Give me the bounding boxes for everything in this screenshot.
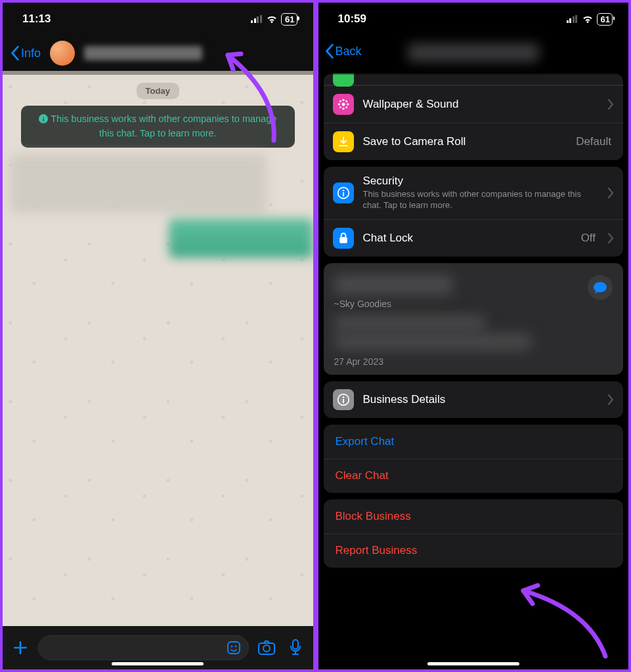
back-button[interactable]: Info [11, 46, 41, 60]
row-title: Report Business [336, 544, 615, 557]
camera-icon [257, 640, 276, 656]
svg-point-14 [345, 100, 347, 102]
back-label: Back [336, 45, 362, 58]
section-appearance: Wallpaper & Sound Save to Camera Roll De… [324, 74, 624, 160]
info-icon [333, 389, 354, 410]
row-chat-lock[interactable]: Chat Lock Off [324, 219, 624, 257]
profile-subname: ~Sky Goodies [334, 299, 613, 309]
row-clear-chat[interactable]: Clear Chat [324, 459, 624, 493]
wifi-icon [582, 14, 594, 24]
left-phone: 11:13 61 Info Today iThis business works… [0, 0, 316, 672]
attach-button[interactable] [9, 637, 32, 659]
svg-point-10 [342, 108, 344, 110]
chat-bubble-icon [593, 281, 607, 294]
row-save-camera-roll[interactable]: Save to Camera Roll Default [324, 123, 624, 160]
svg-rect-7 [293, 640, 298, 649]
home-indicator[interactable] [112, 662, 204, 665]
svg-rect-23 [342, 399, 343, 404]
chat-header: Info [3, 35, 313, 71]
row-value: Off [581, 232, 596, 245]
section-block-report: Block Business Report Business [324, 499, 624, 568]
lock-icon [333, 228, 354, 249]
mic-button[interactable] [284, 637, 307, 659]
row-wallpaper[interactable]: Wallpaper & Sound [324, 85, 624, 123]
section-business-details: Business Details [324, 381, 624, 418]
row-title: Chat Lock [363, 232, 572, 245]
svg-point-9 [342, 99, 344, 101]
row-title: Export Chat [336, 435, 615, 448]
svg-point-15 [339, 106, 341, 108]
profile-name-redacted [334, 275, 452, 295]
svg-point-16 [345, 106, 347, 108]
contact-name-redacted[interactable] [84, 46, 202, 60]
info-icon [333, 182, 354, 203]
row-value: Default [576, 135, 611, 148]
row-block-business[interactable]: Block Business [324, 499, 624, 534]
partial-row-icon [333, 74, 354, 87]
profile-line-redacted [334, 334, 531, 350]
wallpaper-icon [333, 94, 354, 115]
section-security: Security This business works with other … [324, 167, 624, 257]
business-profile-box[interactable]: ~Sky Goodies 27 Apr 2023 [324, 263, 624, 375]
row-export-chat[interactable]: Export Chat [324, 425, 624, 459]
right-phone: 10:59 61 Back Wallpaper & Sound [316, 0, 632, 672]
row-title: Business Details [363, 393, 599, 406]
message-button[interactable] [588, 275, 613, 300]
svg-rect-2 [228, 642, 240, 654]
camera-button[interactable] [255, 637, 278, 659]
outgoing-message-redacted [169, 219, 313, 258]
wifi-icon [266, 14, 278, 24]
contact-avatar[interactable] [50, 41, 75, 66]
contact-title-redacted [408, 43, 539, 62]
svg-point-11 [337, 103, 339, 105]
date-separator: Today [137, 83, 179, 99]
status-time: 10:59 [338, 12, 366, 26]
chevron-right-icon [607, 188, 614, 198]
battery-indicator: 61 [281, 13, 297, 26]
row-title: Security [363, 175, 599, 188]
plus-icon [12, 639, 29, 656]
chat-body: Today iThis business works with other co… [3, 71, 313, 626]
status-bar: 11:13 61 [3, 3, 313, 35]
chevron-right-icon [607, 394, 614, 405]
chevron-right-icon [607, 233, 614, 243]
home-indicator[interactable] [427, 662, 519, 665]
row-security[interactable]: Security This business works with other … [324, 167, 624, 219]
svg-point-6 [263, 645, 270, 652]
profile-date: 27 Apr 2023 [334, 356, 613, 367]
sticker-icon[interactable] [226, 640, 242, 656]
svg-rect-19 [342, 192, 343, 197]
profile-line-redacted [334, 316, 485, 331]
svg-point-3 [230, 646, 232, 648]
cellular-icon [251, 15, 263, 23]
row-business-details[interactable]: Business Details [324, 381, 624, 418]
svg-point-13 [339, 100, 341, 102]
row-subtitle: This business works with other companies… [363, 189, 599, 211]
svg-point-18 [342, 190, 344, 192]
back-button[interactable]: Back [325, 44, 362, 58]
message-input[interactable] [38, 635, 249, 660]
svg-point-8 [341, 103, 345, 106]
svg-point-4 [234, 646, 236, 648]
cellular-icon [567, 15, 578, 23]
download-icon [333, 131, 354, 152]
chevron-right-icon [607, 99, 614, 110]
status-bar: 10:59 61 [318, 3, 629, 35]
row-report-business[interactable]: Report Business [324, 534, 624, 568]
svg-point-12 [347, 103, 349, 105]
status-right: 61 [567, 13, 613, 26]
status-time: 11:13 [22, 12, 51, 26]
chevron-left-icon [11, 46, 20, 60]
svg-rect-20 [339, 237, 347, 243]
row-title: Clear Chat [336, 469, 615, 482]
incoming-message-redacted [11, 154, 267, 213]
row-title: Save to Camera Roll [363, 135, 567, 148]
settings-body: Wallpaper & Sound Save to Camera Roll De… [318, 67, 629, 669]
svg-point-22 [342, 396, 344, 398]
back-label: Info [21, 47, 41, 60]
chevron-left-icon [325, 44, 334, 58]
section-chat-actions: Export Chat Clear Chat [324, 425, 624, 493]
status-right: 61 [251, 13, 297, 26]
mic-icon [289, 639, 302, 657]
battery-indicator: 61 [597, 13, 613, 26]
